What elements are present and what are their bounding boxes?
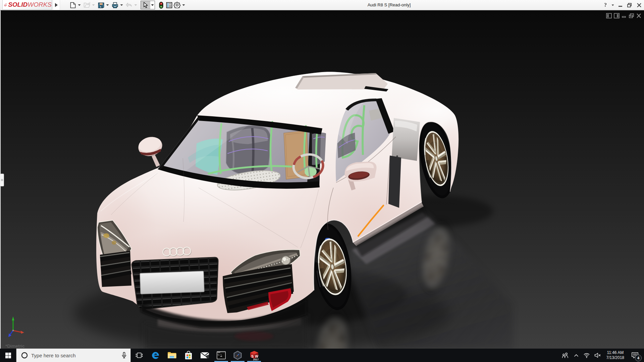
windows-start-icon (5, 353, 11, 358)
help-button[interactable]: ? (601, 0, 610, 10)
save-dropdown[interactable] (105, 0, 110, 10)
document-restore-button[interactable] (629, 13, 634, 18)
featuremanager-collapsed-tab[interactable] (0, 174, 4, 186)
new-document-dropdown[interactable] (77, 0, 82, 10)
open-document-dropdown[interactable] (91, 0, 96, 10)
clock[interactable]: 11:46 AM 7/13/2018 (603, 349, 627, 362)
undo-button[interactable] (125, 0, 133, 10)
svg-text:2017: 2017 (253, 358, 259, 361)
select-tool-dropdown[interactable] (150, 1, 155, 9)
front-grille (132, 257, 218, 309)
close-button[interactable] (634, 0, 644, 10)
people-button[interactable] (559, 349, 571, 362)
window-title: Audi R8 S [Read-only] (181, 0, 597, 10)
document-close-button[interactable] (636, 13, 641, 18)
edrawings-hexagon-icon (233, 351, 242, 360)
featuremanager-tab-dot (1, 179, 3, 181)
restore-down-icon (627, 3, 632, 7)
open-document-button[interactable] (83, 0, 91, 10)
view-orientation-label: *Dimetric (5, 344, 24, 349)
action-center-button[interactable]: 4 (627, 349, 643, 362)
network-button[interactable] (581, 349, 592, 362)
volume-muted-icon (594, 353, 601, 358)
taskbar-app-store[interactable] (180, 349, 197, 362)
people-icon (562, 352, 569, 358)
dropdown-caret-icon (92, 4, 95, 6)
print-button[interactable] (111, 0, 119, 10)
gear-icon (174, 2, 180, 8)
taskbar-app-solidworks-2017[interactable]: S W 2017 (246, 349, 262, 362)
help-dropdown[interactable] (610, 0, 616, 10)
task-view-icon (136, 352, 143, 359)
titlebar: SOLIDWORKS (0, 0, 644, 10)
show-featuremanager-pane-button[interactable] (606, 13, 612, 18)
show-display-pane-button[interactable] (614, 13, 620, 18)
minimize-icon (622, 13, 627, 18)
car-3d-model (0, 10, 644, 349)
microphone-icon[interactable] (122, 352, 126, 359)
ds-logo-icon (4, 0, 7, 9)
notification-badge: 4 (635, 355, 642, 361)
screen: SOLIDWORKS (0, 0, 644, 362)
system-tray: 11:46 AM 7/13/2018 4 (559, 349, 643, 362)
restore-button[interactable] (625, 0, 634, 10)
rebuild-traffic-light-button[interactable] (157, 0, 165, 10)
select-cursor-icon (143, 2, 148, 8)
start-button[interactable] (0, 349, 16, 362)
close-icon (636, 13, 641, 18)
wifi-icon (583, 353, 590, 358)
command-prompt-icon: C:\ (217, 351, 226, 359)
dropdown-caret-icon (151, 4, 154, 6)
license-plate (140, 271, 204, 294)
options-button[interactable] (173, 0, 181, 10)
hidden-icons-button[interactable] (571, 349, 581, 362)
undo-dropdown[interactable] (133, 0, 138, 10)
help-icon: ? (604, 2, 607, 8)
side-vents-left (100, 251, 131, 287)
restore-down-icon (629, 13, 634, 18)
flyout-triangle-icon (55, 3, 58, 7)
new-document-icon (70, 2, 76, 8)
pane-right-icon (614, 13, 620, 18)
dropdown-caret-icon (120, 4, 123, 6)
volume-button[interactable] (592, 349, 603, 362)
solidworks-2017-icon: S W 2017 (249, 350, 259, 361)
orientation-triad (8, 316, 24, 337)
select-tool-group (141, 1, 155, 9)
file-properties-button[interactable] (165, 0, 173, 10)
select-tool-button[interactable] (141, 1, 150, 9)
save-floppy-icon (98, 2, 104, 8)
document-minimize-button[interactable] (622, 13, 627, 18)
print-dropdown[interactable] (119, 0, 124, 10)
tray-time: 11:46 AM (606, 350, 624, 355)
taskbar-app-command-prompt[interactable]: C:\ (213, 349, 229, 362)
quick-access-toolbar (69, 0, 187, 10)
dropdown-caret-icon (134, 4, 137, 6)
taskbar-app-file-explorer[interactable] (164, 349, 180, 362)
svg-text:W: W (255, 354, 258, 358)
viewport-3d[interactable]: *Dimetric (0, 10, 644, 349)
properties-form-icon (166, 2, 172, 8)
open-folder-icon (84, 2, 90, 8)
tray-date: 7/13/2018 (606, 355, 624, 360)
printer-icon (112, 2, 118, 8)
minimize-button[interactable] (616, 0, 625, 10)
taskbar-app-edrawings[interactable] (229, 349, 246, 362)
taskbar: C:\ S W 2017 (0, 349, 644, 362)
save-button[interactable] (97, 0, 105, 10)
search-input[interactable] (28, 353, 122, 358)
traffic-light-icon (159, 2, 163, 9)
taskbar-search[interactable] (16, 349, 131, 362)
toolbar-flyout-arrow[interactable] (53, 0, 60, 10)
store-icon (184, 351, 193, 360)
new-document-button[interactable] (69, 0, 77, 10)
dropdown-caret-icon (106, 4, 109, 6)
svg-text:S: S (251, 354, 254, 358)
taskbar-app-mail[interactable] (197, 349, 213, 362)
taskbar-app-edge[interactable] (147, 349, 164, 362)
task-view-button[interactable] (131, 349, 147, 362)
window-controls: ? (601, 0, 644, 10)
mail-icon (200, 352, 209, 359)
undo-arrow-icon (126, 2, 132, 8)
dropdown-caret-icon (611, 4, 614, 6)
